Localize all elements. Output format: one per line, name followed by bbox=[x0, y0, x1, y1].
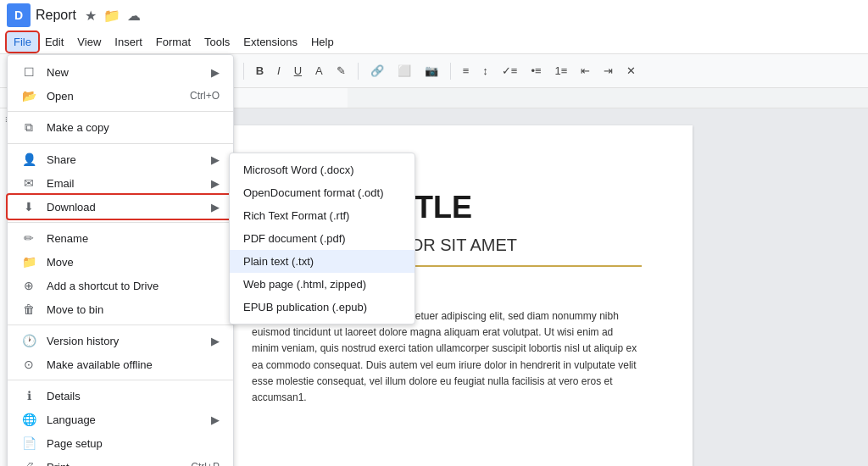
download-icon: ⬇ bbox=[21, 200, 36, 214]
download-pdf-label: PDF document (.pdf) bbox=[243, 232, 346, 245]
menu-file[interactable]: File bbox=[7, 32, 38, 52]
doc-title: Report bbox=[36, 8, 76, 23]
page-setup-icon: 📄 bbox=[21, 436, 36, 450]
italic-button[interactable]: I bbox=[272, 61, 286, 80]
fmenu-sep-3 bbox=[8, 222, 233, 223]
fmenu-move-to-bin-label: Move to bin bbox=[47, 303, 220, 316]
fmenu-details[interactable]: ℹ Details bbox=[8, 384, 233, 408]
fmenu-print-label: Print bbox=[47, 461, 181, 467]
fmenu-language[interactable]: 🌐 Language ▶ bbox=[8, 408, 233, 431]
menu-bar: File Edit View Insert Format Tools Exten… bbox=[0, 31, 868, 54]
align-button[interactable]: ≡ bbox=[458, 61, 475, 80]
open-icon: 📂 bbox=[21, 89, 36, 103]
file-menu-dropdown: ☐ New ▶ 📂 Open Ctrl+O ⧉ Make a copy 👤 Sh… bbox=[7, 54, 234, 466]
download-epub[interactable]: EPUB publication (.epub) bbox=[230, 296, 415, 319]
photo-button[interactable]: 📷 bbox=[420, 61, 443, 80]
fmenu-share-label: Share bbox=[47, 153, 201, 166]
link-button[interactable]: 🔗 bbox=[365, 61, 389, 80]
bullet-list-button[interactable]: •≡ bbox=[526, 61, 546, 80]
download-txt-label: Plain text (.txt) bbox=[243, 255, 314, 268]
download-rtf-label: Rich Text Format (.rtf) bbox=[243, 209, 349, 222]
history-icon: 🕐 bbox=[21, 334, 36, 347]
language-arrow-icon: ▶ bbox=[211, 413, 220, 426]
doc-icon: D bbox=[7, 3, 31, 27]
fmenu-new-label: New bbox=[47, 66, 201, 79]
fmenu-make-copy[interactable]: ⧉ Make a copy bbox=[8, 115, 233, 140]
new-arrow-icon: ▶ bbox=[211, 66, 220, 79]
download-txt[interactable]: Plain text (.txt) bbox=[230, 250, 415, 273]
move-icon: 📁 bbox=[21, 255, 36, 269]
details-icon: ℹ bbox=[21, 389, 36, 402]
fmenu-make-copy-label: Make a copy bbox=[47, 121, 220, 134]
copy-icon: ⧉ bbox=[21, 120, 36, 135]
email-icon: ✉ bbox=[21, 176, 36, 190]
fmenu-rename-label: Rename bbox=[47, 232, 220, 245]
menu-help[interactable]: Help bbox=[304, 32, 341, 52]
print-icon: 🖨 bbox=[21, 460, 36, 466]
fmenu-download-label: Download bbox=[47, 201, 201, 214]
download-docx-label: Microsoft Word (.docx) bbox=[243, 164, 354, 176]
bold-button[interactable]: B bbox=[251, 61, 269, 80]
menu-format[interactable]: Format bbox=[149, 32, 198, 52]
fmenu-page-setup[interactable]: 📄 Page setup bbox=[8, 431, 233, 455]
line-spacing-button[interactable]: ↕ bbox=[477, 61, 493, 80]
fmenu-open[interactable]: 📂 Open Ctrl+O bbox=[8, 84, 233, 108]
download-epub-label: EPUB publication (.epub) bbox=[243, 301, 367, 313]
highlight-button[interactable]: ✎ bbox=[331, 61, 351, 80]
folder-icon[interactable]: 📁 bbox=[103, 8, 120, 24]
title-bar: D Report ★ 📁 ☁ bbox=[0, 0, 868, 31]
fmenu-move[interactable]: 📁 Move bbox=[8, 250, 233, 274]
text-color-button[interactable]: A bbox=[310, 61, 328, 80]
download-docx[interactable]: Microsoft Word (.docx) bbox=[230, 158, 415, 181]
download-html[interactable]: Web page (.html, zipped) bbox=[230, 273, 415, 296]
fmenu-download[interactable]: ⬇ Download ▶ bbox=[8, 195, 233, 219]
open-shortcut: Ctrl+O bbox=[190, 90, 220, 102]
toolbar-separator-3 bbox=[243, 63, 244, 80]
menu-view[interactable]: View bbox=[70, 32, 108, 52]
new-icon: ☐ bbox=[21, 65, 36, 79]
fmenu-sep-4 bbox=[8, 325, 233, 325]
menu-tools[interactable]: Tools bbox=[198, 32, 236, 52]
fmenu-rename[interactable]: ✏ Rename bbox=[8, 226, 233, 250]
cloud-icon[interactable]: ☁ bbox=[127, 8, 141, 24]
clear-formatting-button[interactable]: ✕ bbox=[621, 61, 641, 80]
download-html-label: Web page (.html, zipped) bbox=[243, 278, 366, 291]
fmenu-print[interactable]: 🖨 Print Ctrl+P bbox=[8, 455, 233, 466]
bin-icon: 🗑 bbox=[21, 302, 36, 316]
menu-extensions[interactable]: Extensions bbox=[236, 32, 304, 52]
fmenu-make-available-offline[interactable]: ⊙ Make available offline bbox=[8, 352, 233, 376]
fmenu-new[interactable]: ☐ New ▶ bbox=[8, 60, 233, 84]
download-odt-label: OpenDocument format (.odt) bbox=[243, 186, 383, 199]
menu-edit[interactable]: Edit bbox=[38, 32, 70, 52]
fmenu-email[interactable]: ✉ Email ▶ bbox=[8, 171, 233, 195]
download-odt[interactable]: OpenDocument format (.odt) bbox=[230, 181, 415, 204]
menu-insert[interactable]: Insert bbox=[108, 32, 149, 52]
star-icon[interactable]: ★ bbox=[85, 8, 97, 24]
fmenu-add-shortcut[interactable]: ⊕ Add a shortcut to Drive bbox=[8, 274, 233, 297]
print-shortcut: Ctrl+P bbox=[191, 461, 220, 466]
toolbar-separator-5 bbox=[450, 63, 451, 80]
language-icon: 🌐 bbox=[21, 413, 36, 426]
underline-button[interactable]: U bbox=[289, 61, 307, 80]
fmenu-share[interactable]: 👤 Share ▶ bbox=[8, 147, 233, 171]
email-arrow-icon: ▶ bbox=[211, 177, 220, 190]
image-button[interactable]: ⬜ bbox=[392, 61, 416, 80]
download-submenu: Microsoft Word (.docx) OpenDocument form… bbox=[229, 153, 415, 325]
fmenu-sep-1 bbox=[8, 111, 233, 112]
fmenu-version-history[interactable]: 🕐 Version history ▶ bbox=[8, 329, 233, 352]
fmenu-move-label: Move bbox=[47, 256, 220, 269]
fmenu-offline-label: Make available offline bbox=[47, 358, 220, 371]
fmenu-add-shortcut-label: Add a shortcut to Drive bbox=[47, 280, 220, 292]
numbered-list-button[interactable]: 1≡ bbox=[550, 61, 573, 80]
history-arrow-icon: ▶ bbox=[211, 335, 220, 347]
fmenu-email-label: Email bbox=[47, 177, 201, 190]
download-pdf[interactable]: PDF document (.pdf) bbox=[230, 227, 415, 250]
download-rtf[interactable]: Rich Text Format (.rtf) bbox=[230, 204, 415, 227]
checklist-button[interactable]: ✓≡ bbox=[497, 61, 523, 80]
indent-increase-button[interactable]: ⇥ bbox=[598, 61, 618, 80]
fmenu-move-to-bin[interactable]: 🗑 Move to bin bbox=[8, 297, 233, 321]
share-arrow-icon: ▶ bbox=[211, 153, 220, 166]
offline-icon: ⊙ bbox=[21, 358, 36, 371]
fmenu-language-label: Language bbox=[47, 413, 201, 426]
indent-decrease-button[interactable]: ⇤ bbox=[576, 61, 595, 80]
